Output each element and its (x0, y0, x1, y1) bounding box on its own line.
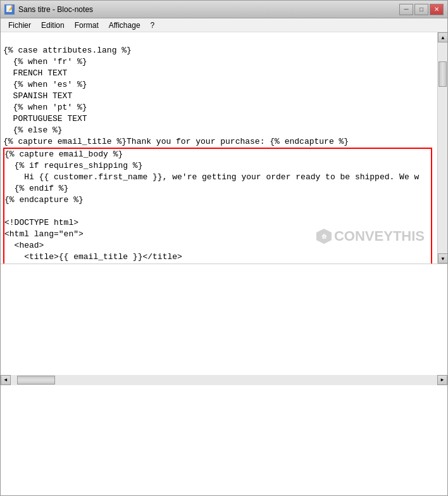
code-line: Hi {{ customer.first_name }}, we're gett… (4, 172, 419, 182)
scroll-thumb-vertical[interactable] (439, 61, 447, 87)
code-line: {% when 'pt' %} (3, 103, 87, 112)
menu-affichage[interactable]: Affichage (104, 20, 146, 31)
code-line: FRENCH TEXT (3, 68, 67, 78)
scroll-track-horizontal[interactable] (11, 375, 437, 385)
scroll-track-vertical[interactable] (438, 42, 447, 253)
code-line: <!DOCTYPE html> (4, 218, 78, 227)
horizontal-scrollbar[interactable]: ◄ ► (1, 264, 447, 495)
code-line: {% endcapture %} (4, 195, 84, 205)
menu-bar: Fichier Edition Format Affichage ? (1, 18, 447, 32)
main-window: 📝 Sans titre - Bloc-notes ─ □ ✕ Fichier … (0, 0, 448, 496)
editor-container: {% case attributes.lang %} {% when 'fr' … (1, 32, 447, 264)
menu-fichier[interactable]: Fichier (3, 20, 36, 31)
code-line: <head> (4, 241, 44, 250)
editor-scroll[interactable]: {% case attributes.lang %} {% when 'fr' … (1, 32, 437, 264)
menu-help[interactable]: ? (146, 20, 160, 31)
code-line: <title>{{ email_title }}</title> (4, 252, 182, 262)
menu-format[interactable]: Format (70, 20, 104, 31)
scroll-down-button[interactable]: ▼ (438, 253, 447, 264)
vertical-scrollbar[interactable]: ▲ ▼ (437, 32, 447, 264)
code-line: SPANISH TEXT (3, 91, 72, 101)
code-line: <html lang="en"> (4, 229, 84, 239)
code-line: {% when 'fr' %} (3, 57, 87, 67)
minimize-button[interactable]: ─ (399, 4, 413, 15)
app-icon: 📝 (4, 4, 15, 15)
scroll-right-button[interactable]: ► (437, 375, 447, 385)
scroll-up-button[interactable]: ▲ (438, 32, 447, 42)
title-bar: 📝 Sans titre - Bloc-notes ─ □ ✕ (1, 1, 447, 18)
window-title: Sans titre - Bloc-notes (18, 5, 93, 14)
maximize-button[interactable]: □ (414, 4, 428, 15)
code-line: {% endif %} (4, 184, 68, 193)
code-line: {% case attributes.lang %} (3, 46, 132, 55)
window-controls: ─ □ ✕ (399, 4, 444, 15)
code-line: {% capture email_body %} (4, 149, 123, 159)
code-line: {% else %} (3, 125, 63, 135)
menu-edition[interactable]: Edition (36, 20, 70, 31)
highlighted-section: {% capture email_body %} {% if requires_… (3, 148, 432, 264)
code-line-cut: {% capture email_title %}Thank you for y… (3, 137, 349, 146)
code-area: {% case attributes.lang %} {% when 'fr' … (1, 32, 437, 264)
scroll-left-button[interactable]: ◄ (1, 375, 11, 385)
scroll-thumb-horizontal[interactable] (17, 376, 55, 385)
title-bar-left: 📝 Sans titre - Bloc-notes (4, 4, 93, 15)
code-line: {% when 'es' %} (3, 80, 87, 89)
code-line: PORTUGUESE TEXT (3, 114, 87, 124)
close-button[interactable]: ✕ (430, 4, 444, 15)
code-line: {% if requires_shipping %} (4, 161, 142, 170)
